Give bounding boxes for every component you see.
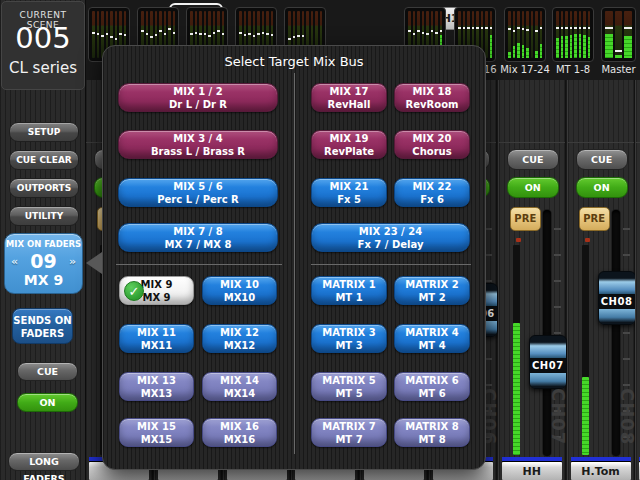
fader-scale-tick	[554, 306, 561, 308]
peak-marker	[257, 33, 260, 35]
peak-marker	[615, 50, 623, 52]
mix-bus-button[interactable]: MATRIX 1MT 1	[311, 276, 387, 305]
mix-bus-button[interactable]: MIX 21Fx 5	[311, 178, 387, 207]
mix-bus-button[interactable]: MIX 15MX15	[119, 418, 194, 447]
peak-marker	[490, 27, 493, 29]
mix-bus-button[interactable]: MATRIX 5MT 5	[311, 372, 387, 401]
bus-button-line2: MX15	[120, 434, 193, 447]
meter-bar-fill	[526, 48, 529, 58]
fader-cap[interactable]: CH07	[529, 335, 567, 389]
fader-scale-tick	[485, 280, 492, 282]
mix-bus-button[interactable]: MATRIX 4MT 4	[394, 324, 470, 353]
mix-bus-button[interactable]: MIX 23 / 24Fx 7 / Delay	[311, 223, 470, 252]
strip-on-button[interactable]: ON	[507, 177, 559, 198]
mix-bus-button[interactable]: MIX 11MX11	[119, 324, 194, 353]
channel-color-bar	[502, 457, 562, 461]
strip-on-button[interactable]: ON	[576, 177, 628, 198]
meter-block[interactable]	[552, 7, 594, 62]
meter-bar-fill	[574, 34, 577, 58]
mix-bus-button[interactable]: MIX 13MX13	[119, 372, 194, 401]
bus-button-line1: MIX 23 / 24	[312, 226, 469, 239]
cue-clear-button[interactable]: CUE CLEAR	[9, 150, 79, 170]
meter-bar	[517, 11, 520, 58]
peak-marker	[146, 33, 149, 35]
bus-button-line1: MIX 22	[395, 181, 469, 194]
meter-bar	[485, 11, 488, 58]
fader-scale-tick	[623, 332, 630, 334]
selected-check-icon: ✓	[124, 281, 144, 301]
mix-bus-button[interactable]: MIX 14MX14	[202, 372, 277, 401]
mix-bus-button[interactable]: MIX 10MX10	[202, 276, 277, 305]
strip-cue-button[interactable]: CUE	[576, 149, 628, 170]
mix-bus-button[interactable]: MIX 18RevRoom	[394, 83, 470, 112]
mix-bus-button[interactable]: MIX 17RevHall	[311, 83, 387, 112]
meter-block[interactable]	[601, 7, 636, 62]
utility-button[interactable]: UTILITY	[9, 206, 79, 226]
bus-button-line1: MATRIX 7	[312, 421, 386, 434]
bus-button-line1: MATRIX 8	[395, 421, 469, 434]
pre-indicator-button[interactable]: PRE	[579, 207, 610, 231]
mix-bus-button[interactable]: ✓MIX 9MX 9	[119, 276, 194, 305]
meter-block[interactable]	[504, 7, 546, 62]
mix-on-faders-selector[interactable]: MIX ON FADERS « 09 » MX 9	[4, 233, 83, 294]
peak-marker	[199, 33, 202, 35]
current-scene-panel[interactable]: CURRENT SCENE 005 CL series	[1, 1, 85, 90]
bus-button-line1: MATRIX 6	[395, 375, 469, 388]
setup-button[interactable]: SETUP	[9, 122, 79, 142]
meter-bar	[97, 11, 100, 58]
mix-bus-button[interactable]: MIX 19RevPlate	[311, 130, 387, 159]
long-faders-button[interactable]: LONG FADERS	[8, 452, 80, 471]
meter-bar	[570, 11, 573, 58]
mix-bus-button[interactable]: MIX 5 / 6Perc L / Perc R	[118, 178, 278, 207]
fader-scale-tick	[554, 332, 561, 334]
mix-bus-button[interactable]: MATRIX 2MT 2	[394, 276, 470, 305]
peak-marker	[190, 33, 193, 35]
meter-bar-fill	[588, 37, 591, 58]
outports-button[interactable]: OUTPORTS	[9, 178, 79, 198]
bus-button-line1: MIX 19	[312, 133, 386, 146]
bus-button-line1: MIX 15	[120, 421, 193, 434]
mix-bus-button[interactable]: MIX 7 / 8MX 7 / MX 8	[118, 223, 278, 252]
pre-indicator-button[interactable]: PRE	[510, 207, 541, 231]
bus-button-line1: MIX 16	[203, 421, 276, 434]
peak-marker	[435, 32, 438, 34]
mix-bus-button[interactable]: MATRIX 7MT 7	[311, 418, 387, 447]
mix-bus-button[interactable]: MIX 16MX16	[202, 418, 277, 447]
sidebar-on-button[interactable]: ON	[17, 393, 78, 412]
peak-marker	[115, 38, 118, 40]
mix-next-arrow-icon[interactable]: »	[69, 255, 76, 268]
peak-marker	[266, 33, 269, 35]
meter-bar-fill	[579, 34, 582, 58]
meter-bar-fill	[522, 45, 525, 58]
sidebar-cue-button[interactable]: CUE	[17, 362, 78, 381]
mix-bus-button[interactable]: MIX 3 / 4Brass L / Brass R	[118, 130, 278, 159]
meter-bar	[624, 11, 632, 58]
sends-on-faders-button[interactable]: SENDS ON FADERS	[12, 308, 73, 344]
peak-marker	[164, 33, 167, 35]
channel-strip: CUEONPRECH08CH08H.Tom	[567, 80, 635, 480]
mix-bus-button[interactable]: MIX 20Chorus	[394, 130, 470, 159]
bus-button-line2: MX10	[203, 292, 276, 305]
bus-button-line2: MX14	[203, 388, 276, 401]
mix-bus-button[interactable]: MIX 1 / 2Dr L / Dr R	[118, 83, 278, 112]
sends-on-faders-line2: FADERS	[13, 327, 72, 340]
mix-bus-button[interactable]: MIX 22Fx 6	[394, 178, 470, 207]
meter-bar	[508, 11, 511, 58]
mix-bus-button[interactable]: MIX 12MX12	[202, 324, 277, 353]
meter-bar	[574, 11, 577, 58]
meter-bar-fill	[556, 38, 559, 58]
fader-cap[interactable]: CH08	[598, 271, 636, 325]
mix-bus-button[interactable]: MATRIX 3MT 3	[311, 324, 387, 353]
strip-cue-button[interactable]: CUE	[507, 149, 559, 170]
peak-marker	[217, 30, 220, 32]
meter-bar-fill	[583, 35, 586, 58]
over-led	[585, 238, 590, 242]
meter-bar-fill	[540, 44, 543, 58]
sidebar: CURRENT SCENE 005 CL series SETUPCUE CLE…	[0, 0, 86, 480]
mix-bus-button[interactable]: MATRIX 8MT 8	[394, 418, 470, 447]
peak-marker	[574, 27, 577, 29]
channel-strip: CUEONPRE	[635, 80, 640, 480]
meter-bar	[605, 11, 613, 58]
dialog-divider-left	[116, 264, 282, 265]
mix-bus-button[interactable]: MATRIX 6MT 6	[394, 372, 470, 401]
